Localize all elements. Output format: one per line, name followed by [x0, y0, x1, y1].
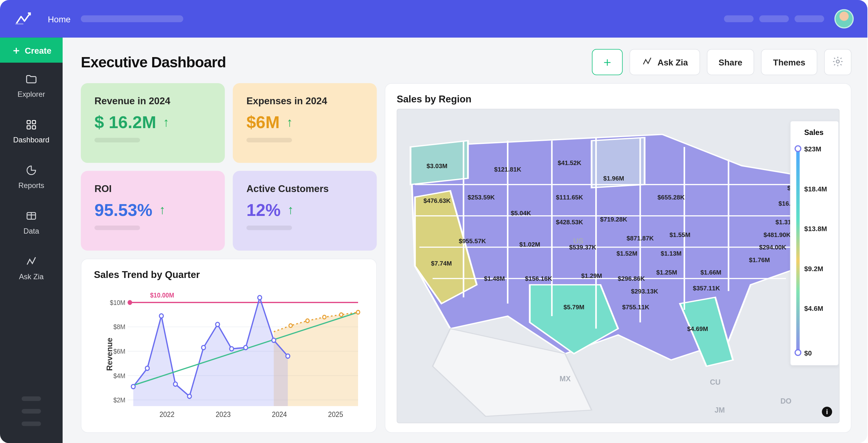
kpi-sparkline	[246, 226, 292, 230]
kpi-expenses[interactable]: Expenses in 2024 $6M ↑	[233, 83, 377, 163]
svg-point-26	[306, 319, 309, 323]
svg-point-12	[128, 300, 132, 305]
card-title: Sales Trend by Quarter	[94, 269, 364, 281]
legend-title: Sales	[804, 128, 834, 137]
kpi-value: $ 16.2M	[95, 113, 156, 132]
app-logo-icon[interactable]	[13, 9, 33, 28]
nav-placeholder	[795, 16, 824, 22]
kpi-value: 12%	[246, 200, 281, 219]
map-value-label: $5.79M	[564, 303, 584, 310]
share-button[interactable]: Share	[707, 49, 754, 75]
svg-point-17	[188, 394, 192, 398]
add-widget-button[interactable]: ＋	[592, 49, 623, 75]
svg-text:$10.00M: $10.00M	[150, 292, 174, 299]
map-value-label: $253.59K	[467, 194, 495, 200]
home-link[interactable]: Home	[48, 14, 70, 24]
arrow-up-icon: ↑	[159, 203, 165, 218]
map-canvas[interactable]: $3.03M$121.81K$41.52K$1.96M$476.63K$253.…	[397, 109, 839, 423]
country-label-do: DO	[780, 396, 792, 405]
map-value-label: $7.74M	[431, 259, 452, 266]
topbar: Home	[0, 0, 867, 37]
create-button[interactable]: ＋ Create	[0, 37, 63, 63]
svg-point-29	[356, 311, 360, 314]
svg-rect-3	[32, 125, 36, 129]
kpi-label: Revenue in 2024	[95, 95, 211, 107]
sidebar: ＋ Create Explorer Dashboard Reports	[0, 37, 63, 443]
left-column: Revenue in 2024 $ 16.2M ↑ Expenses in 20…	[81, 83, 377, 433]
card-title: Sales by Region	[397, 94, 839, 106]
map-value-label: $3.03M	[427, 162, 447, 169]
sidebar-item-data[interactable]: Data	[0, 200, 63, 245]
sidebar-placeholders	[0, 396, 63, 443]
sidebar-item-label: Reports	[18, 181, 44, 189]
map-value-label: $1.48M	[484, 275, 505, 282]
map-value-label: $41.52K	[558, 159, 581, 166]
svg-point-18	[202, 346, 206, 350]
avatar[interactable]	[835, 9, 854, 28]
ai-icon	[25, 255, 37, 267]
svg-point-14	[145, 366, 149, 371]
sidebar-item-askzia[interactable]: Ask Zia	[0, 245, 63, 290]
kpi-sparkline	[95, 138, 140, 142]
country-label-mx: MX	[560, 375, 571, 383]
svg-point-24	[286, 354, 290, 358]
info-icon[interactable]: i	[822, 407, 832, 417]
map-value-label: $1.13M	[661, 250, 681, 257]
nav-placeholder	[759, 16, 788, 22]
plus-icon: ＋	[601, 54, 614, 71]
kpi-roi[interactable]: ROI 95.53% ↑	[81, 171, 225, 250]
ask-zia-button[interactable]: Ask Zia	[630, 49, 700, 75]
gear-icon	[832, 56, 843, 68]
svg-point-15	[159, 314, 163, 318]
svg-text:$6M: $6M	[114, 348, 126, 355]
sales-trend-card[interactable]: Sales Trend by Quarter Revenue	[81, 259, 377, 433]
grid-icon	[25, 118, 37, 130]
map-value-label: $1.96M	[603, 175, 624, 182]
body: ＋ Create Explorer Dashboard Reports	[0, 37, 867, 443]
svg-point-5	[836, 60, 839, 63]
chart-area: Revenue	[94, 284, 364, 424]
settings-button[interactable]	[824, 49, 851, 75]
sales-by-region-card[interactable]: Sales by Region	[385, 83, 851, 433]
nav-placeholder	[724, 16, 753, 22]
kpi-sparkline	[246, 138, 292, 142]
kpi-revenue[interactable]: Revenue in 2024 $ 16.2M ↑	[81, 83, 225, 163]
svg-text:2023: 2023	[216, 410, 230, 418]
svg-text:2024: 2024	[272, 410, 287, 418]
map-value-label: $296.86K	[618, 275, 645, 282]
sidebar-item-label: Dashboard	[13, 135, 50, 144]
map-value-label: $428.53K	[556, 219, 583, 226]
map-value-label: $1.02M	[519, 241, 540, 247]
map-value-label: $655.28K	[657, 194, 685, 200]
map-value-label: $156.16K	[525, 275, 552, 282]
svg-text:$4M: $4M	[114, 372, 126, 379]
arrow-up-icon: ↑	[163, 115, 169, 130]
sidebar-item-explorer[interactable]: Explorer	[0, 63, 63, 108]
svg-point-25	[289, 324, 292, 328]
svg-text:$10M: $10M	[110, 299, 126, 306]
svg-point-22	[258, 295, 261, 300]
svg-text:$2M: $2M	[114, 396, 126, 404]
svg-text:$8M: $8M	[114, 323, 126, 331]
svg-point-27	[323, 315, 326, 319]
arrow-up-icon: ↑	[286, 115, 292, 130]
pie-icon	[25, 164, 37, 176]
sidebar-item-label: Data	[24, 227, 39, 235]
map-value-label: $955.57K	[459, 238, 486, 244]
sidebar-item-label: Explorer	[18, 90, 45, 98]
svg-point-23	[272, 338, 276, 343]
svg-point-21	[244, 346, 248, 350]
sidebar-item-dashboard[interactable]: Dashboard	[0, 108, 63, 154]
themes-button[interactable]: Themes	[761, 49, 817, 75]
svg-text:2025: 2025	[328, 410, 343, 418]
map-value-label: $5.04K	[511, 209, 531, 216]
kpi-grid: Revenue in 2024 $ 16.2M ↑ Expenses in 20…	[81, 83, 377, 250]
kpi-label: ROI	[95, 183, 211, 195]
svg-text:2022: 2022	[159, 410, 174, 418]
sidebar-item-reports[interactable]: Reports	[0, 154, 63, 200]
arrow-up-icon: ↑	[287, 203, 293, 218]
folder-icon	[25, 72, 37, 85]
svg-point-13	[131, 384, 135, 389]
sidebar-item-label: Ask Zia	[19, 272, 44, 281]
kpi-active-customers[interactable]: Active Customers 12% ↑	[233, 171, 377, 250]
